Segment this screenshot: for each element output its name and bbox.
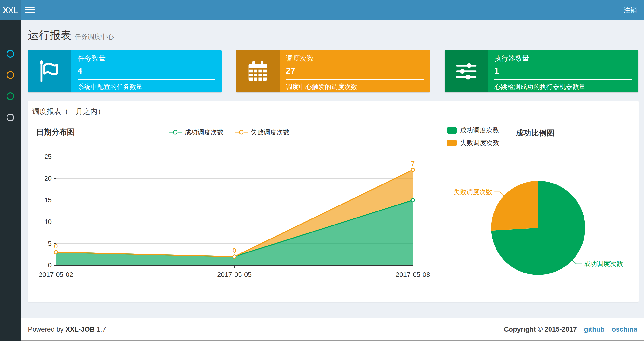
logo-rest: XL bbox=[8, 6, 18, 15]
svg-text:2017-05-02: 2017-05-02 bbox=[38, 271, 73, 278]
svg-text:0: 0 bbox=[54, 243, 58, 250]
stat-value: 1 bbox=[494, 66, 632, 76]
hamburger-icon bbox=[25, 9, 35, 10]
page-header: 运行报表任务调度中心 bbox=[28, 28, 114, 43]
sidebar-item-jobs[interactable] bbox=[0, 64, 21, 86]
top-navbar: XXL 注销 bbox=[0, 0, 644, 21]
stat-divider bbox=[494, 79, 632, 80]
page-title: 运行报表 bbox=[28, 29, 71, 41]
stat-card-content: 任务数量 4 系统中配置的任务数量 bbox=[71, 50, 222, 92]
stat-card-content: 执行器数量 1 心跳检测成功的执行器机器数量 bbox=[488, 50, 638, 92]
screen: XXL 注销 运行报表任务调度中心 任务数量 4 系统中配置 bbox=[0, 0, 644, 341]
svg-text:2017-05-08: 2017-05-08 bbox=[396, 271, 430, 278]
stat-card-triggers: 调度次数 27 调度中心触发的调度次数 bbox=[236, 50, 430, 92]
pie-chart-title: 成功比例图 bbox=[516, 128, 554, 138]
circle-outline-icon bbox=[6, 92, 14, 100]
sliders-icon bbox=[445, 50, 488, 92]
success-ratio-pie-chart: 成功调度次数失败调度次数 bbox=[446, 166, 639, 292]
page-subtitle: 任务调度中心 bbox=[75, 33, 114, 40]
stat-description: 心跳检测成功的执行器机器数量 bbox=[494, 83, 632, 91]
legend-item-success[interactable]: 成功调度次数 bbox=[447, 126, 499, 135]
github-link[interactable]: github bbox=[584, 325, 605, 333]
stat-card-content: 调度次数 27 调度中心触发的调度次数 bbox=[280, 50, 430, 92]
product-version: 1.7 bbox=[97, 325, 106, 333]
legend-swatch-icon bbox=[447, 127, 457, 134]
stat-description: 系统中配置的任务数量 bbox=[78, 83, 216, 91]
svg-text:20: 20 bbox=[44, 175, 52, 182]
flag-icon bbox=[28, 50, 71, 92]
svg-text:25: 25 bbox=[44, 153, 52, 160]
product-name: XXL-JOB bbox=[66, 325, 95, 333]
logo-bold: X bbox=[3, 6, 8, 15]
legend-label: 失败调度次数 bbox=[460, 138, 499, 147]
hamburger-icon bbox=[25, 12, 35, 13]
stat-card-executors: 执行器数量 1 心跳检测成功的执行器机器数量 bbox=[445, 50, 638, 92]
circle-outline-icon bbox=[6, 71, 14, 79]
stat-divider bbox=[286, 79, 424, 80]
svg-text:15: 15 bbox=[44, 197, 52, 204]
date-distribution-chart: 05101520252017-05-022017-05-052017-05-08… bbox=[28, 121, 442, 289]
legend-item-fail[interactable]: 失败调度次数 bbox=[447, 138, 499, 147]
stat-value: 27 bbox=[286, 66, 424, 76]
sidebar-item-report[interactable] bbox=[0, 43, 21, 64]
hamburger-icon bbox=[25, 7, 35, 8]
stat-divider bbox=[78, 79, 216, 80]
footer-powered-by: Powered by XXL-JOB 1.7 bbox=[28, 318, 106, 340]
copyright-text: Copyright © 2015-2017 bbox=[504, 325, 577, 333]
stat-label: 调度次数 bbox=[286, 54, 424, 64]
svg-text:0: 0 bbox=[48, 262, 52, 269]
svg-text:5: 5 bbox=[48, 240, 52, 247]
svg-text:7: 7 bbox=[411, 160, 414, 167]
legend-swatch-icon bbox=[447, 140, 457, 146]
sidebar bbox=[0, 21, 21, 341]
stat-label: 任务数量 bbox=[78, 54, 216, 64]
circle-outline-icon bbox=[6, 114, 14, 121]
footer: Powered by XXL-JOB 1.7 Copyright © 2015-… bbox=[21, 318, 644, 340]
report-panel: 调度报表（一月之内） 日期分布图 成功调度次数 失败调度次数 bbox=[28, 101, 639, 302]
stat-label: 执行器数量 bbox=[494, 54, 632, 64]
report-panel-title: 调度报表（一月之内） bbox=[32, 107, 104, 117]
svg-text:10: 10 bbox=[44, 218, 52, 225]
svg-text:0: 0 bbox=[232, 247, 236, 254]
calendar-icon bbox=[236, 50, 280, 92]
footer-copyright: Copyright © 2015-2017 github oschina bbox=[504, 318, 637, 340]
stat-card-jobs: 任务数量 4 系统中配置的任务数量 bbox=[28, 50, 222, 92]
stat-description: 调度中心触发的调度次数 bbox=[286, 83, 424, 91]
svg-text:成功调度次数: 成功调度次数 bbox=[584, 260, 623, 267]
pie-chart-legend: 成功调度次数 失败调度次数 bbox=[447, 126, 499, 151]
menu-toggle-button[interactable] bbox=[25, 7, 35, 14]
stat-value: 4 bbox=[78, 66, 216, 76]
legend-label: 成功调度次数 bbox=[460, 126, 499, 135]
report-panel-header: 调度报表（一月之内） bbox=[28, 101, 639, 121]
logout-link[interactable]: 注销 bbox=[624, 0, 637, 21]
sidebar-item-executor[interactable] bbox=[0, 107, 21, 128]
app-logo[interactable]: XXL bbox=[0, 0, 21, 21]
sidebar-item-log[interactable] bbox=[0, 86, 21, 107]
svg-text:2017-05-05: 2017-05-05 bbox=[217, 271, 252, 278]
oschina-link[interactable]: oschina bbox=[612, 325, 637, 333]
circle-outline-icon bbox=[6, 50, 14, 58]
powered-prefix: Powered by bbox=[28, 325, 64, 333]
svg-text:失败调度次数: 失败调度次数 bbox=[453, 188, 492, 196]
